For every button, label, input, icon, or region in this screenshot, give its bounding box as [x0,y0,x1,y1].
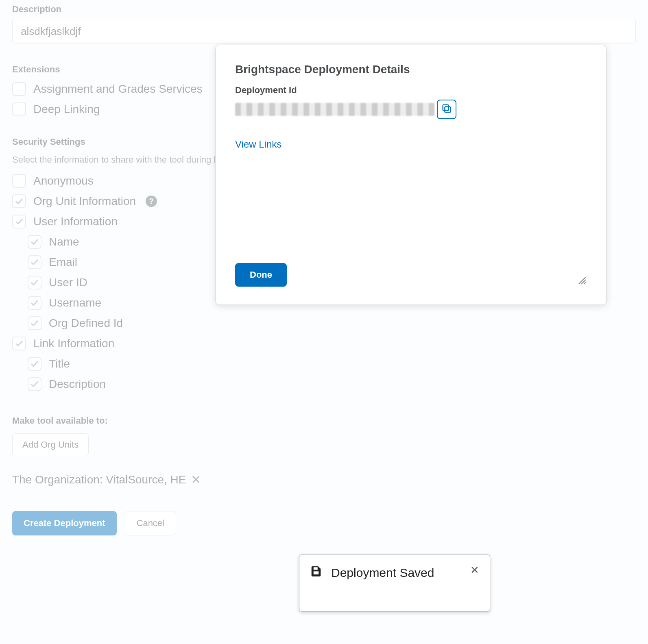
checkbox-label-uname: Username [49,296,101,309]
description-input[interactable] [12,19,636,44]
deployment-id-label: Deployment Id [235,85,587,96]
checkbox-label-userinf: User Information [33,215,118,228]
add-org-units-button[interactable]: Add Org Units [12,433,89,456]
toast-message: Deployment Saved [331,565,461,581]
deployment-details-modal: Brightspace Deployment Details Deploymen… [215,45,607,305]
done-button[interactable]: Done [235,263,287,287]
checkbox-ags[interactable] [12,82,26,96]
svg-line-4 [584,283,586,284]
checkbox-label-orgunit: Org Unit Information [33,195,136,208]
checkbox-label-orgdef: Org Defined Id [49,317,123,330]
checkbox-uname[interactable] [28,296,41,310]
checkbox-label-email: Email [49,256,77,269]
checkbox-name[interactable] [28,235,41,249]
checkbox-email[interactable] [28,255,41,269]
svg-rect-1 [443,105,449,111]
checkbox-orgunit[interactable] [12,194,26,208]
org-unit-entry: The Organization: VitalSource, HE [12,473,186,486]
modal-title: Brightspace Deployment Details [235,63,587,76]
toast-close-button[interactable]: ✕ [470,565,479,575]
save-icon [310,565,322,579]
deployment-saved-toast: Deployment Saved ✕ [299,555,490,611]
checkbox-linkinf[interactable] [12,337,26,350]
checkbox-label-title: Title [49,357,70,370]
checkbox-label-name: Name [49,235,79,248]
checkbox-anon[interactable] [12,174,26,188]
checkbox-label-desc: Description [49,378,106,391]
svg-rect-0 [445,107,450,112]
view-links-link[interactable]: View Links [235,139,587,150]
cancel-button[interactable]: Cancel [125,511,176,535]
checkbox-orgdef[interactable] [28,316,41,330]
checkbox-label-deep: Deep Linking [33,103,100,116]
description-label: Description [12,4,636,15]
checkbox-label-anon: Anonymous [33,174,94,187]
copy-icon [441,103,452,116]
create-deployment-button[interactable]: Create Deployment [12,511,117,535]
checkbox-userinf[interactable] [12,215,26,228]
copy-deployment-id-button[interactable] [437,100,456,119]
checkbox-userid[interactable] [28,276,41,289]
checkbox-desc[interactable] [28,377,41,391]
remove-org-icon[interactable]: ✕ [191,472,201,487]
availability-label: Make tool available to: [12,416,636,426]
checkbox-title[interactable] [28,357,41,371]
deployment-id-value [235,103,434,116]
checkbox-deep[interactable] [12,102,26,116]
checkbox-label-ags: Assignment and Grades Services [33,83,203,96]
checkbox-label-linkinf: Link Information [33,337,114,350]
checkbox-label-userid: User ID [49,276,87,289]
help-icon[interactable]: ? [146,196,157,207]
resize-grip-icon[interactable] [576,274,587,287]
